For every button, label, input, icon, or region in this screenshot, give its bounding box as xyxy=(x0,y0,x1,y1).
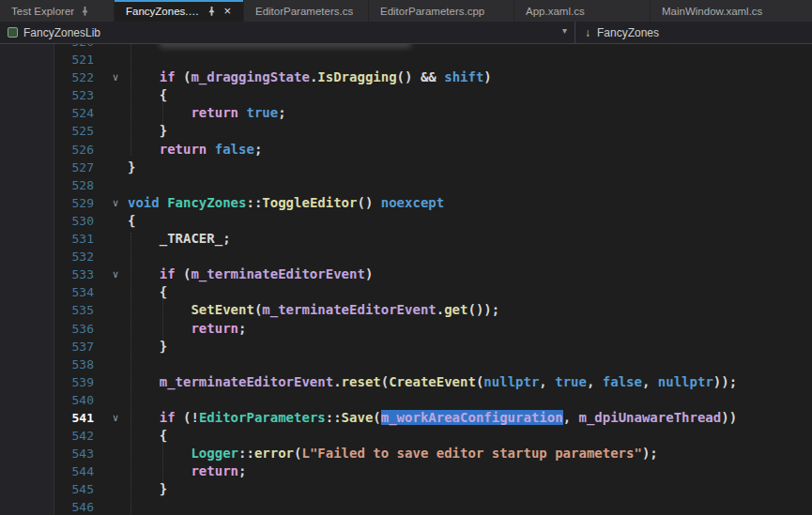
chevron-down-icon[interactable]: ∨ xyxy=(103,409,128,427)
code-token: ()); xyxy=(467,302,499,317)
line-number: 531 xyxy=(0,230,103,248)
line-number: 542 xyxy=(0,427,103,445)
tab-editorparameters-cs[interactable]: EditorParameters.cs xyxy=(244,0,369,22)
code-token: SetEvent xyxy=(191,302,253,317)
code-token: , xyxy=(563,410,579,425)
code-line[interactable]: if (m_terminateEditorEvent) xyxy=(128,265,373,283)
line-number: 537 xyxy=(0,338,103,356)
tab-test-explorer[interactable]: Test Explorer xyxy=(0,0,115,22)
editor-row: 525 } xyxy=(0,122,812,140)
code-token: Logger xyxy=(191,446,238,461)
editor-row: 530{ xyxy=(0,212,812,230)
code-token: IsDragging xyxy=(317,69,396,84)
pin-icon[interactable] xyxy=(80,6,90,16)
editor-rows: 520 521522∨ if (m_draggingState.IsDraggi… xyxy=(0,44,812,515)
chevron-down-icon[interactable]: ∨ xyxy=(103,265,128,283)
code-token: m_draggingState xyxy=(191,69,309,84)
fold-margin xyxy=(103,122,128,140)
code-line[interactable]: if (!EditorParameters::Save(m_workAreaCo… xyxy=(128,409,737,427)
line-number: 543 xyxy=(0,445,103,462)
code-token: . xyxy=(437,302,444,317)
code-token: { xyxy=(160,284,167,299)
fold-margin xyxy=(103,141,128,159)
editor-row: 523 { xyxy=(0,86,812,104)
chevron-down-icon[interactable]: ∨ xyxy=(103,194,128,212)
code-line[interactable]: } xyxy=(128,480,167,498)
code-line[interactable]: { xyxy=(128,283,167,301)
line-number: 525 xyxy=(0,122,103,140)
line-number: 538 xyxy=(0,356,103,373)
code-token: get xyxy=(444,302,467,317)
code-token: ; xyxy=(238,321,246,336)
code-token: if xyxy=(160,410,176,425)
code-token: } xyxy=(160,123,167,138)
code-token: ToggleEditor xyxy=(262,195,357,210)
line-number: 534 xyxy=(0,283,103,301)
code-line[interactable]: } xyxy=(128,338,167,356)
code-token: false xyxy=(603,374,642,389)
code-token: { xyxy=(160,87,167,102)
line-number: 520 xyxy=(0,44,103,51)
code-line[interactable]: return false; xyxy=(128,141,262,159)
editor-row: 532 xyxy=(0,248,812,265)
line-number: 541 xyxy=(0,409,103,427)
scope-dropdown[interactable]: ↓ FancyZones xyxy=(575,22,812,43)
editor-row: 535 SetEvent(m_terminateEditorEvent.get(… xyxy=(0,301,812,319)
project-dropdown[interactable]: FancyZonesLib ▾ xyxy=(0,22,575,43)
code-token: , xyxy=(587,374,603,389)
line-number: 536 xyxy=(0,320,103,338)
code-line[interactable]: { xyxy=(128,212,135,230)
code-line[interactable]: m_terminateEditorEvent.reset(CreateEvent… xyxy=(128,373,737,391)
code-line[interactable]: return true; xyxy=(128,104,286,122)
chevron-down-icon[interactable]: ∨ xyxy=(103,68,128,86)
code-line[interactable]: { xyxy=(128,86,167,104)
tab-editorparameters-cpp[interactable]: EditorParameters.cpp xyxy=(369,0,514,22)
code-line[interactable]: { xyxy=(128,427,167,445)
code-line[interactable]: return; xyxy=(128,462,246,480)
fold-margin xyxy=(103,230,128,248)
code-token: void xyxy=(128,195,167,210)
code-token: () xyxy=(357,195,380,210)
code-token: m_dpiUnawareThread xyxy=(578,410,721,425)
code-line[interactable]: _TRACER_; xyxy=(128,230,231,248)
close-icon[interactable]: × xyxy=(222,5,232,17)
code-token: m_terminateEditorEvent xyxy=(191,266,364,281)
code-token: ; xyxy=(238,463,246,478)
code-token: true xyxy=(246,105,278,120)
code-token: nullptr xyxy=(658,374,713,389)
code-line[interactable]: } xyxy=(128,122,167,140)
pin-icon[interactable] xyxy=(207,6,217,16)
tab-mainwindow-xaml-cs[interactable]: MainWindow.xaml.cs xyxy=(651,0,812,22)
code-line[interactable]: void FancyZones::ToggleEditor() noexcept xyxy=(128,194,444,212)
editor-row: 526 return false; xyxy=(0,141,812,159)
selected-word-highlight: m_workAreaConfiguration xyxy=(381,410,563,425)
code-token: error xyxy=(254,446,294,461)
code-token: false xyxy=(215,142,254,157)
fold-margin xyxy=(103,356,128,373)
code-line[interactable]: return; xyxy=(128,320,246,338)
editor-row: 541∨ if (!EditorParameters::Save(m_workA… xyxy=(0,409,812,427)
editor-row: 534 { xyxy=(0,283,812,301)
line-number: 522 xyxy=(0,68,103,86)
tab-label: EditorParameters.cs xyxy=(255,6,353,17)
line-number: 523 xyxy=(0,86,103,104)
code-line[interactable] xyxy=(128,44,411,51)
code-editor[interactable]: 520 521522∨ if (m_draggingState.IsDraggi… xyxy=(0,44,812,515)
tab-fancyzones-cpp[interactable]: FancyZones.cpp × xyxy=(115,0,244,22)
code-line[interactable]: } xyxy=(128,159,135,176)
code-line[interactable]: Logger::error(L"Failed to save editor st… xyxy=(128,445,658,462)
tab-label: EditorParameters.cpp xyxy=(380,6,484,17)
code-token: } xyxy=(160,481,167,496)
document-tab-bar: Test Explorer FancyZones.cpp × EditorPar… xyxy=(0,0,812,22)
code-token: ( xyxy=(373,410,380,425)
fold-margin xyxy=(103,283,128,301)
code-token: m_terminateEditorEvent xyxy=(160,374,333,389)
tab-app-xaml-cs[interactable]: App.xaml.cs xyxy=(514,0,651,22)
code-line[interactable]: SetEvent(m_terminateEditorEvent.get()); xyxy=(128,301,499,319)
code-token: :: xyxy=(238,446,254,461)
editor-row: 527} xyxy=(0,159,812,176)
code-token: if xyxy=(160,266,176,281)
tab-label: Test Explorer xyxy=(11,6,74,17)
down-arrow-icon: ↓ xyxy=(585,26,590,39)
code-line[interactable]: if (m_draggingState.IsDragging() && shif… xyxy=(128,68,492,86)
